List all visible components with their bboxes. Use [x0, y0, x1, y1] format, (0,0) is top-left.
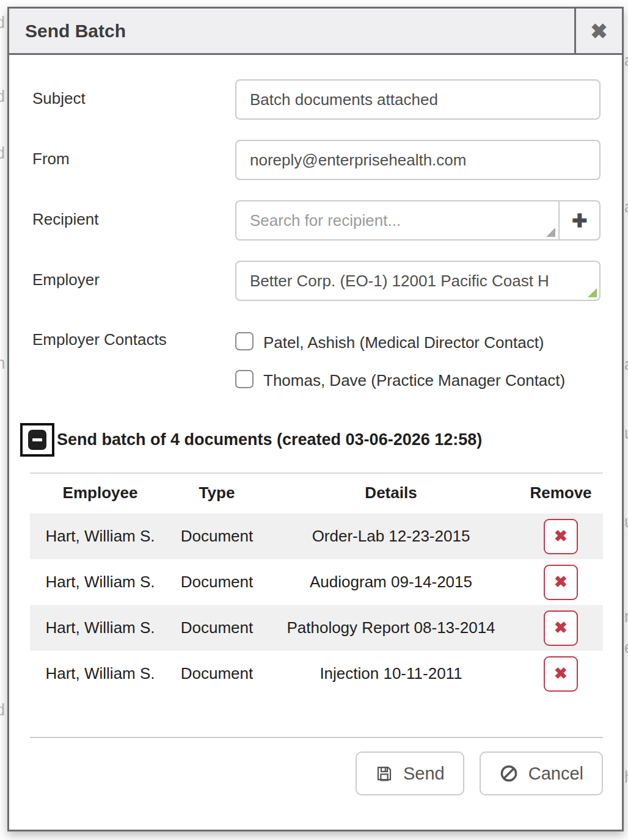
cell-employee: Hart, William S.: [30, 605, 170, 651]
from-label: From: [30, 140, 235, 168]
cell-type: Document: [170, 651, 263, 697]
save-icon: [375, 764, 393, 783]
subject-input[interactable]: [235, 79, 601, 120]
from-input[interactable]: [235, 140, 601, 180]
cell-details: Audiogram 09-14-2015: [263, 559, 519, 605]
column-header-type: Type: [170, 473, 263, 513]
table-row: Hart, William S. Document Pathology Repo…: [30, 605, 603, 651]
batch-section-heading: Send batch of 4 documents (created 03-06…: [20, 423, 601, 457]
cell-type: Document: [170, 513, 263, 559]
dialog-footer: Send Cancel: [30, 738, 606, 795]
plus-icon: ✚: [572, 210, 587, 231]
table-row: Hart, William S. Document Injection 10-1…: [30, 651, 603, 697]
recipient-row: Recipient ✚: [30, 200, 601, 241]
backdrop-text-fragment: u: [624, 424, 628, 443]
backdrop-text-fragment: a: [624, 355, 628, 374]
subject-row: Subject: [30, 79, 601, 120]
subject-label: Subject: [30, 79, 235, 108]
contact-checkbox[interactable]: [235, 332, 254, 350]
close-icon: ✖: [590, 19, 608, 43]
employer-input[interactable]: [235, 261, 601, 301]
remove-x-icon: ✖: [554, 527, 568, 546]
backdrop-text-fragment: a: [624, 198, 628, 217]
backdrop-text-fragment: h: [624, 768, 628, 787]
batch-heading-text: Send batch of 4 documents (created 03-06…: [57, 430, 482, 449]
remove-document-button[interactable]: ✖: [544, 610, 578, 646]
backdrop-text-fragment: m: [0, 354, 5, 373]
backdrop-text-fragment: u: [624, 513, 628, 532]
cell-employee: Hart, William S.: [30, 513, 170, 559]
from-row: From: [30, 140, 601, 180]
remove-document-button[interactable]: ✖: [544, 656, 578, 692]
remove-x-icon: ✖: [554, 618, 568, 637]
backdrop-text-fragment: d: [0, 701, 5, 720]
contact-option-label[interactable]: Thomas, Dave (Practice Manager Contact): [263, 367, 565, 394]
send-batch-dialog: Send Batch ✖ Subject From Recipient ✚: [7, 7, 624, 831]
cell-employee: Hart, William S.: [30, 651, 170, 697]
contact-option: Thomas, Dave (Practice Manager Contact): [235, 367, 601, 394]
backdrop-text-fragment: n: [624, 607, 628, 626]
backdrop-text-fragment: e: [624, 639, 628, 657]
column-header-remove: Remove: [519, 473, 603, 513]
batch-documents-table: Employee Type Details Remove Hart, Willi…: [30, 472, 603, 697]
cell-details: Order-Lab 12-23-2015: [263, 513, 519, 559]
recipient-search-input[interactable]: [235, 200, 559, 241]
remove-x-icon: ✖: [554, 573, 568, 592]
contact-option: Patel, Ashish (Medical Director Contact): [235, 329, 601, 356]
employer-contacts-row: Employer Contacts Patel, Ashish (Medical…: [30, 325, 601, 405]
contact-option-label[interactable]: Patel, Ashish (Medical Director Contact): [263, 329, 544, 356]
cell-details: Injection 10-11-2011: [263, 651, 519, 697]
backdrop-text-fragment: d: [0, 87, 5, 106]
remove-document-button[interactable]: ✖: [544, 519, 578, 554]
recipient-label: Recipient: [30, 200, 235, 229]
remove-document-button[interactable]: ✖: [544, 565, 578, 600]
column-header-employee: Employee: [30, 473, 170, 513]
cancel-button[interactable]: Cancel: [480, 751, 603, 795]
collapse-section-button[interactable]: [20, 423, 54, 457]
ban-icon: [499, 764, 519, 783]
remove-x-icon: ✖: [554, 664, 568, 683]
add-recipient-button[interactable]: ✚: [559, 200, 601, 241]
cell-type: Document: [170, 559, 263, 605]
resize-handle-icon[interactable]: [546, 228, 555, 237]
column-header-details: Details: [263, 473, 519, 513]
cell-employee: Hart, William S.: [30, 559, 170, 605]
employer-contacts-label: Employer Contacts: [30, 325, 235, 349]
backdrop-text-fragment: d: [0, 13, 5, 32]
table-row: Hart, William S. Document Audiogram 09-1…: [30, 559, 603, 605]
dialog-body: Subject From Recipient ✚ Employer: [9, 55, 622, 830]
backdrop-text-fragment: d: [0, 144, 5, 163]
send-button[interactable]: Send: [356, 751, 464, 795]
cancel-button-label: Cancel: [528, 764, 583, 784]
contact-checkbox[interactable]: [235, 370, 254, 388]
backdrop-text-fragment: a: [624, 51, 628, 70]
employer-label: Employer: [30, 261, 235, 289]
table-header-row: Employee Type Details Remove: [30, 473, 603, 513]
minus-square-icon: [28, 430, 46, 450]
table-row: Hart, William S. Document Order-Lab 12-2…: [30, 513, 603, 559]
close-button[interactable]: ✖: [574, 9, 622, 53]
dialog-title: Send Batch: [9, 9, 574, 53]
employer-row: Employer: [30, 261, 601, 301]
send-button-label: Send: [403, 764, 445, 784]
resize-handle-icon-green[interactable]: [588, 288, 597, 297]
cell-details: Pathology Report 08-13-2014: [263, 605, 519, 651]
cell-type: Document: [170, 605, 263, 651]
dialog-header: Send Batch ✖: [9, 9, 622, 55]
